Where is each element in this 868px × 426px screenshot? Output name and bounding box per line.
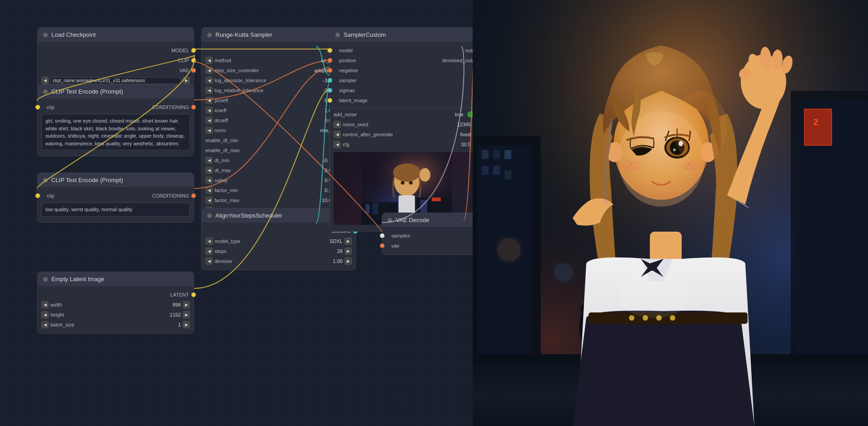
main-image-panel: 2 [473,0,868,426]
step-prev[interactable]: ◀ [205,67,213,74]
height-value: 1152 [170,312,181,317]
steps-prev[interactable]: ◀ [205,248,213,255]
svg-rect-8 [366,204,369,213]
model-port[interactable] [191,48,196,53]
clip-in-label: clip [47,104,55,110]
icoeff-prev[interactable]: ◀ [205,107,213,114]
height-prev[interactable]: ◀ [41,311,49,318]
safety-prev[interactable]: ◀ [205,177,213,184]
svg-point-14 [401,181,404,184]
model-in-port[interactable] [328,48,332,53]
clip-in-port[interactable] [35,105,40,109]
model-type-next[interactable]: ▶ [344,238,352,245]
node-status-dot [43,33,48,37]
conditioning-out-port[interactable] [191,105,196,109]
sampler-in-row: sampler [330,75,484,85]
conditioning-neg-out-port[interactable] [191,193,196,198]
empty-latent-header: Empty Latent Image [38,272,194,286]
denoise-value: 1.00 [333,258,343,264]
node-title: VAE Decode [396,217,429,223]
method-label: method [215,58,319,63]
vae-port[interactable] [191,68,196,73]
factor-min-prev[interactable]: ◀ [205,187,213,194]
log-abs-prev[interactable]: ◀ [205,77,213,84]
latent-in-port[interactable] [328,98,332,103]
prev-btn[interactable]: ◀ [41,77,49,84]
noise-seed-prev[interactable]: ◀ [334,121,341,128]
negative-in-port[interactable] [328,68,332,73]
load-checkpoint-node: Load Checkpoint MODEL CLIP VAE ◀ ckpt_na… [37,27,194,89]
clip-pos-header: CLIP Text Encode (Prompt) [38,84,194,99]
svg-rect-37 [804,109,832,145]
samples-label: samples [391,233,410,238]
width-prev[interactable]: ◀ [41,301,49,308]
empty-latent-node: Empty Latent Image LATENT ◀ width 896 ▶ … [37,272,194,334]
steps-next[interactable]: ▶ [344,248,352,255]
latent-out-row: LATENT [38,290,194,300]
vae-output-row: VAE [38,65,194,75]
denoise-row: ◀ denoise 1.00 ▶ [202,256,355,266]
checkpoint-value[interactable]: ckpt_name:animagineXLV31_v31.safetensors [50,77,181,84]
dt-max-prev[interactable]: ◀ [205,167,213,174]
node-title: Empty Latent Image [51,276,104,282]
width-row: ◀ width 896 ▶ [38,300,194,310]
svg-point-18 [419,168,430,182]
latent-label: LATENT [170,292,189,297]
clip-output-row: CLIP [38,55,194,65]
dcoeff-prev[interactable]: ◀ [205,117,213,124]
steps-value: 28 [337,248,343,254]
clip-in-row: clip CONDITIONING [38,102,194,112]
svg-rect-10 [420,200,427,213]
denoise-next[interactable]: ▶ [344,258,352,265]
svg-point-63 [673,149,676,151]
sigmas-in-port[interactable] [328,88,332,93]
dt-min-label: dt_min [215,158,321,163]
positive-in-row: positive denoised_output [330,55,484,65]
positive-in-port[interactable] [328,58,332,63]
sampler-in-label: sampler [339,78,357,83]
factor-max-prev[interactable]: ◀ [205,197,213,204]
sampler-in-port[interactable] [328,78,332,83]
vae-in-port[interactable] [380,243,384,248]
batch-prev[interactable]: ◀ [41,321,49,328]
denoise-prev[interactable]: ◀ [205,258,213,265]
enable-dt-min-label: enable_dt_min [205,138,339,143]
method-prev[interactable]: ◀ [205,57,213,64]
node-status-dot [388,218,392,223]
model-type-prev[interactable]: ◀ [205,238,213,245]
positive-prompt-text[interactable]: girl, smiling, one eye closed, closed mo… [41,114,190,150]
model-output-row: MODEL [38,45,194,55]
negative-prompt-text[interactable]: low quality, worst quality, normal quali… [41,203,190,217]
batch-label: batch_size [50,322,176,327]
next-btn[interactable]: ▶ [183,77,190,84]
clip-in-neg-port[interactable] [35,193,40,198]
width-next[interactable]: ▶ [183,301,190,308]
samples-in-port[interactable] [380,233,384,238]
batch-next[interactable]: ▶ [183,321,190,328]
icoeff-label: icoeff [215,108,323,113]
model-label: MODEL [171,48,189,53]
model-type-row: ◀ model_type SDXL ▶ [202,236,355,246]
svg-text:2: 2 [813,118,818,127]
svg-rect-11 [432,198,441,201]
latent-out-port[interactable] [191,292,196,297]
cfg-value: 30.5 [461,142,471,147]
pcoeff-prev[interactable]: ◀ [205,97,213,104]
dt-min-prev[interactable]: ◀ [205,157,213,164]
model-type-value: SDXL [329,238,343,244]
height-next[interactable]: ▶ [183,311,190,318]
cfg-prev[interactable]: ◀ [334,141,341,148]
norm-prev[interactable]: ◀ [205,127,213,134]
clip-neg-header: CLIP Text Encode (Prompt) [38,173,194,187]
safety-label: safety [215,178,323,183]
node-status-dot [43,178,48,183]
control-prev[interactable]: ◀ [334,131,341,138]
svg-point-32 [554,263,573,282]
svg-point-50 [629,315,634,321]
clip-port[interactable] [191,58,196,63]
node-title: CLIP Text Encode (Prompt) [51,177,123,183]
control-label: control_after_generate [343,132,459,137]
log-rel-prev[interactable]: ◀ [205,87,213,94]
conditioning-label: CONDITIONING [152,104,189,110]
svg-point-66 [630,163,632,165]
